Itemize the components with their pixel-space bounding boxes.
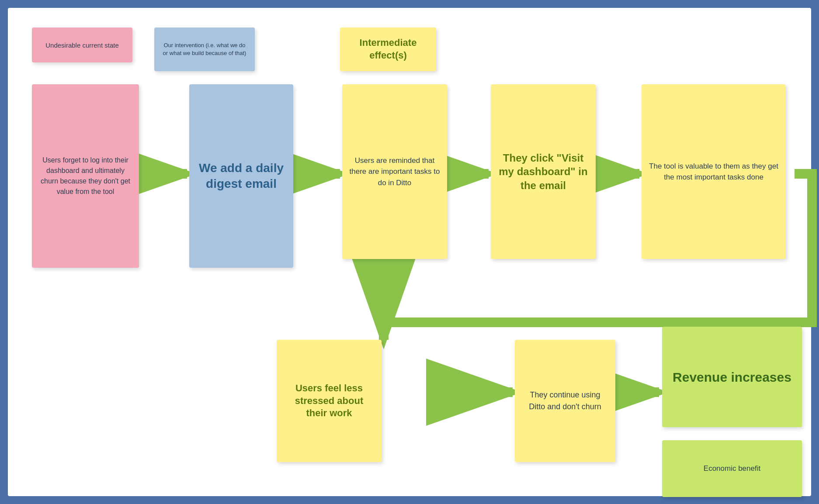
label-undesirable: Undesirable current state [32,28,132,62]
note-problem: Users forget to log into their dashboard… [32,84,139,268]
main-canvas: Undesirable current state Our interventi… [8,8,811,496]
note-economic: Economic benefit [662,440,802,497]
note-outcome2: They continue using Ditto and don't chur… [515,340,615,462]
note-intervention: We add a daily digest email [189,84,293,268]
label-intermediate: Intermediate effect(s) [340,28,436,71]
note-effect3: The tool is valuable to them as they get… [642,84,786,259]
note-outcome1: Users feel less stressed about their wor… [277,340,382,462]
note-effect2: They click "Visit my dashboard" in the e… [491,84,596,259]
note-effect1: Users are reminded that there are import… [342,84,447,259]
note-revenue: Revenue increases [662,327,802,427]
label-intervention: Our intervention (i.e. what we do or wha… [154,28,255,71]
